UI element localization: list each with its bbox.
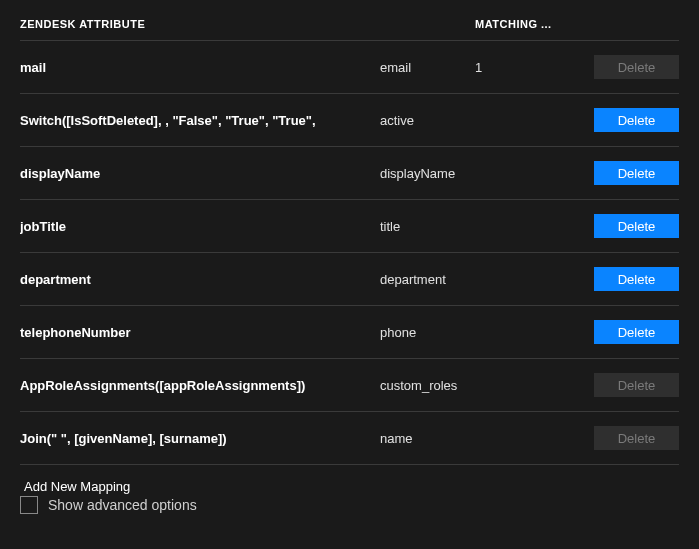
delete-button: Delete [594,373,679,397]
mapping-table: ZENDESK ATTRIBUTE MATCHING ... mailemail… [0,0,699,508]
action-cell: Delete [575,373,679,397]
app-attribute-cell: custom_roles [380,378,475,393]
footer-options: Show advanced options [20,496,197,514]
zendesk-attribute-cell: telephoneNumber [20,325,380,340]
table-row[interactable]: jobTitletitleDelete [20,199,679,252]
delete-button[interactable]: Delete [594,267,679,291]
zendesk-attribute-cell: jobTitle [20,219,380,234]
zendesk-attribute-cell: Switch([IsSoftDeleted], , "False", "True… [20,113,380,128]
delete-button[interactable]: Delete [594,214,679,238]
app-attribute-cell: phone [380,325,475,340]
matching-cell: 1 [475,60,575,75]
header-zendesk-attribute: ZENDESK ATTRIBUTE [20,18,380,30]
header-matching: MATCHING ... [475,18,575,30]
app-attribute-cell: name [380,431,475,446]
advanced-options-checkbox[interactable] [20,496,38,514]
app-attribute-cell: displayName [380,166,475,181]
table-row[interactable]: departmentdepartmentDelete [20,252,679,305]
action-cell: Delete [575,267,679,291]
attribute-mapping-panel: ZENDESK ATTRIBUTE MATCHING ... mailemail… [0,0,699,549]
table-row[interactable]: Switch([IsSoftDeleted], , "False", "True… [20,93,679,146]
app-attribute-cell: department [380,272,475,287]
table-row[interactable]: mailemail1Delete [20,40,679,93]
zendesk-attribute-cell: Join(" ", [givenName], [surname]) [20,431,380,446]
action-cell: Delete [575,55,679,79]
action-cell: Delete [575,161,679,185]
app-attribute-cell: title [380,219,475,234]
delete-button[interactable]: Delete [594,320,679,344]
app-attribute-cell: email [380,60,475,75]
delete-button[interactable]: Delete [594,108,679,132]
table-row[interactable]: AppRoleAssignments([appRoleAssignments])… [20,358,679,411]
table-row[interactable]: telephoneNumberphoneDelete [20,305,679,358]
action-cell: Delete [575,426,679,450]
action-cell: Delete [575,108,679,132]
delete-button[interactable]: Delete [594,161,679,185]
app-attribute-cell: active [380,113,475,128]
zendesk-attribute-cell: mail [20,60,380,75]
table-header-row: ZENDESK ATTRIBUTE MATCHING ... [20,0,679,40]
zendesk-attribute-cell: AppRoleAssignments([appRoleAssignments]) [20,378,380,393]
action-cell: Delete [575,320,679,344]
zendesk-attribute-cell: department [20,272,380,287]
delete-button: Delete [594,426,679,450]
advanced-options-label: Show advanced options [48,497,197,513]
action-cell: Delete [575,214,679,238]
table-row[interactable]: Join(" ", [givenName], [surname])nameDel… [20,411,679,464]
table-row[interactable]: displayNamedisplayNameDelete [20,146,679,199]
zendesk-attribute-cell: displayName [20,166,380,181]
delete-button: Delete [594,55,679,79]
